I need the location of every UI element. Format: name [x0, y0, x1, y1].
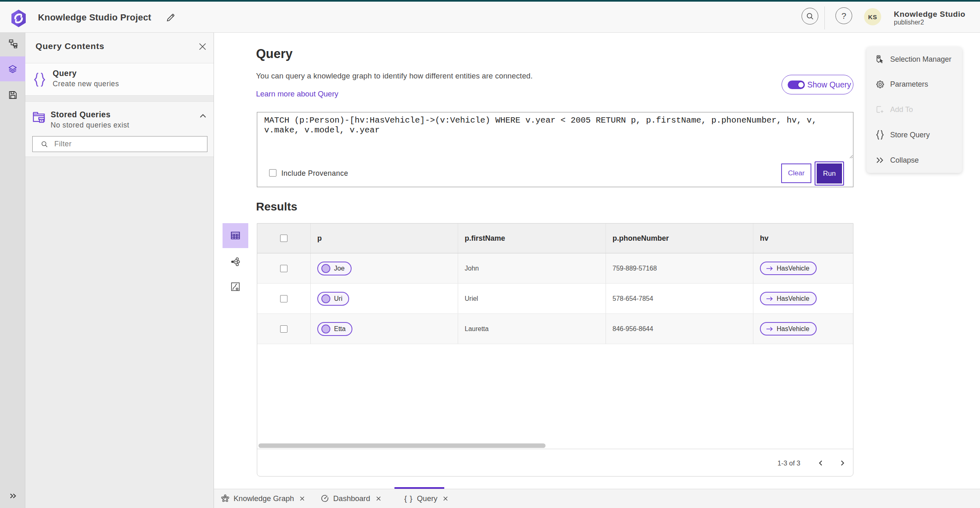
project-title: Knowledge Studio Project [38, 12, 151, 23]
double-chevron-right-icon [876, 157, 884, 163]
row-checkbox[interactable] [280, 265, 287, 272]
cell-phonenumber: 759-889-57168 [606, 253, 753, 283]
query-list-item[interactable]: Query Create new queries [25, 63, 214, 95]
view-map-button[interactable] [223, 274, 248, 299]
cell-firstname: John [458, 253, 606, 283]
tab-knowledge-graph[interactable]: Knowledge Graph [221, 489, 305, 508]
entity-pill[interactable]: Uri [317, 292, 349, 306]
tab-query[interactable]: { } Query [404, 489, 448, 508]
select-all-checkbox[interactable] [280, 235, 287, 242]
edit-title-icon[interactable] [166, 12, 176, 22]
close-icon [199, 43, 206, 50]
view-table-button[interactable] [223, 223, 248, 248]
menu-item-parameters[interactable]: Parameters [866, 72, 962, 96]
dashboard-icon [321, 494, 329, 503]
menu-item-store-query[interactable]: Store Query [866, 123, 962, 147]
cell-firstname: Lauretta [458, 314, 606, 344]
search-icon [806, 12, 814, 20]
pagination-prev-button[interactable] [815, 457, 826, 469]
user-avatar[interactable]: KS [864, 8, 881, 25]
entity-dot-icon [321, 324, 330, 333]
user-name: publisher2 [894, 19, 924, 26]
entity-dot-icon [321, 264, 330, 273]
data-model-icon [8, 39, 18, 48]
entity-dot-icon [321, 294, 330, 303]
entity-pill[interactable]: Etta [317, 322, 352, 336]
toggle-label: Show Query [807, 80, 851, 90]
search-button[interactable] [802, 8, 818, 25]
panel-title: Query Contents [36, 41, 105, 51]
row-checkbox[interactable] [280, 295, 287, 302]
column-header-p[interactable]: p [310, 224, 458, 253]
stored-queries-section: Stored Queries No stored queries exist [25, 102, 214, 157]
braces-icon [875, 130, 884, 140]
query-textarea[interactable]: MATCH (p:Person)-[hv:HasVehicle]->(v:Veh… [257, 112, 853, 159]
link-chart-icon [230, 257, 241, 267]
double-chevron-right-icon [9, 492, 17, 500]
relationship-pill[interactable]: HasVehicle [760, 292, 817, 305]
row-checkbox[interactable] [280, 325, 287, 333]
knowledge-graph-icon [221, 494, 229, 503]
selection-manager-icon [875, 54, 885, 64]
add-to-icon [875, 105, 885, 114]
knowledge-studio-logo [11, 9, 26, 27]
clear-button[interactable]: Clear [781, 163, 811, 183]
filter-input[interactable] [53, 139, 207, 149]
panel-close-button[interactable] [198, 43, 207, 51]
stored-queries-subtitle: No stored queries exist [51, 121, 129, 130]
close-tab-icon[interactable] [376, 496, 381, 501]
braces-icon: { } [404, 494, 413, 503]
panel-section-gap [25, 95, 214, 102]
rail-item-contents[interactable] [0, 56, 25, 81]
results-heading: Results [256, 200, 297, 213]
column-header-firstname[interactable]: p.firstName [458, 224, 606, 253]
menu-item-selection-manager[interactable]: Selection Manager [866, 47, 962, 72]
table-row[interactable]: Joe John 759-889-57168 HasVehicle [257, 253, 853, 284]
filter-field [32, 136, 207, 152]
entity-pill[interactable]: Joe [317, 262, 352, 275]
stored-queries-title: Stored Queries [51, 110, 111, 119]
chevron-left-icon [817, 460, 824, 466]
run-button[interactable]: Run [815, 161, 844, 186]
query-item-subtitle: Create new queries [53, 80, 119, 88]
arrow-right-icon [766, 296, 773, 301]
filter-search-icon [41, 141, 48, 148]
view-graph-button[interactable] [223, 249, 248, 274]
arrow-right-icon [766, 327, 773, 331]
stored-queries-folder-icon [32, 110, 46, 123]
help-icon: ? [842, 11, 846, 21]
column-header-hv[interactable]: hv [753, 224, 853, 253]
include-provenance-checkbox[interactable] [269, 169, 276, 177]
column-header-phonenumber[interactable]: p.phoneNumber [606, 224, 753, 253]
horizontal-scrollbar-thumb[interactable] [258, 443, 546, 448]
tab-dashboard[interactable]: Dashboard [321, 489, 381, 508]
rail-item-save[interactable] [0, 83, 25, 107]
show-query-toggle[interactable]: Show Query [782, 75, 853, 94]
rail-expand-button[interactable] [0, 483, 25, 508]
header-divider [824, 7, 825, 29]
close-tab-icon[interactable] [299, 496, 305, 501]
page-title: Query [256, 47, 293, 61]
close-tab-icon[interactable] [443, 496, 448, 501]
rail-item-data-model[interactable] [0, 31, 25, 56]
include-provenance-label: Include Provenance [281, 169, 348, 178]
relationship-pill[interactable]: HasVehicle [760, 322, 817, 336]
menu-item-add-to[interactable]: Add To [866, 97, 962, 122]
pagination-divider [257, 449, 853, 449]
menu-item-collapse[interactable]: Collapse [866, 148, 962, 172]
pagination-next-button[interactable] [837, 457, 848, 469]
save-icon [8, 90, 18, 100]
chevron-right-icon [839, 460, 846, 466]
arrow-right-icon [766, 266, 773, 271]
collapse-section-icon[interactable] [200, 113, 206, 118]
learn-more-link[interactable]: Learn more about Query [256, 90, 339, 98]
context-menu: Selection Manager Parameters Add To [866, 47, 962, 173]
table-row[interactable]: Uri Uriel 578-654-7854 HasVehicle [257, 284, 853, 314]
left-rail [0, 33, 25, 508]
braces-icon [33, 72, 46, 87]
help-button[interactable]: ? [835, 7, 852, 24]
knowledge-studio-app: Knowledge Studio Project ? KS Knowledge … [0, 0, 980, 508]
toggle-knob [797, 81, 804, 88]
relationship-pill[interactable]: HasVehicle [760, 262, 817, 275]
table-row[interactable]: Etta Lauretta 846-956-8644 HasVehicle [257, 314, 853, 344]
